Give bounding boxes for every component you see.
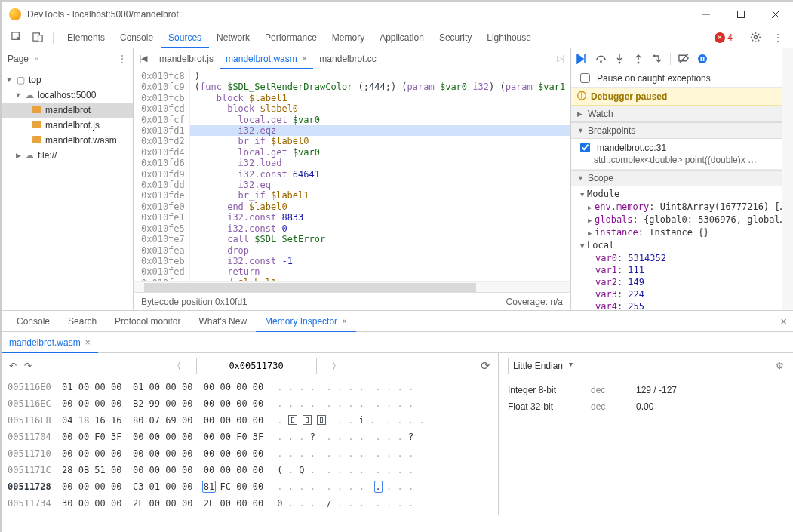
drawer-tab-memory-inspector[interactable]: Memory Inspector× [256, 311, 356, 332]
resume-icon[interactable] [576, 53, 588, 65]
address-gutter: 0x010fc8 0x010fc9 0x010fcb 0x010fcd 0x01… [134, 69, 190, 281]
hex-row[interactable]: 0051170400 00 F0 3F 00 00 00 00 00 00 F0… [8, 429, 492, 445]
main-tab-application[interactable]: Application [372, 27, 432, 48]
tree-host[interactable]: ▼☁localhost:5000 [2, 88, 133, 103]
value-row: Integer 8-bitdec129 / -127 [508, 382, 784, 398]
code-editor[interactable]: 0x010fc8 0x010fc9 0x010fcb 0x010fcd 0x01… [134, 69, 570, 281]
next-page-icon[interactable]: 〉 [324, 360, 349, 373]
step-out-icon[interactable] [632, 53, 644, 65]
hex-view[interactable]: 005116E001 00 00 00 01 00 00 00 00 00 00… [2, 379, 498, 515]
close-button[interactable] [758, 2, 793, 26]
info-icon: ⓘ [577, 90, 586, 103]
pause-on-exceptions-icon[interactable] [696, 53, 708, 65]
breakpoint-item[interactable]: mandelbrot.cc:31 std::complex<double> po… [571, 139, 793, 170]
scope-var[interactable]: var4: 255 [576, 300, 788, 310]
svg-rect-11 [703, 57, 705, 61]
editor-tab-js[interactable]: mandelbrot.js [153, 48, 220, 69]
memory-tab-wasm[interactable]: mandelbrot.wasm× [2, 332, 98, 353]
debugger-paused-banner: ⓘ Debugger paused [571, 88, 793, 106]
main-tab-security[interactable]: Security [432, 27, 479, 48]
tree-top[interactable]: ▼▢top [2, 72, 133, 88]
close-icon[interactable]: × [342, 316, 347, 327]
scope-var[interactable]: var1: 111 [576, 264, 788, 276]
main-tab-network[interactable]: Network [209, 27, 257, 48]
main-tab-lighthouse[interactable]: Lighthouse [479, 27, 539, 48]
refresh-icon[interactable]: ⟳ [481, 359, 490, 373]
scope-globals[interactable]: ▶globals: {global0: 5306976, global1: 65… [576, 214, 788, 226]
scope-module[interactable]: ▼Module [576, 188, 788, 201]
main-tab-sources[interactable]: Sources [161, 27, 209, 48]
tree-file-scheme[interactable]: ▶☁file:// [2, 148, 133, 163]
pause-on-caught-checkbox[interactable] [580, 73, 590, 83]
undo-icon[interactable]: ↶ [9, 361, 17, 371]
settings-gear-icon[interactable] [745, 32, 766, 43]
nav-back-icon[interactable]: |◀ [134, 54, 153, 63]
hex-row[interactable]: 0051172800 00 00 00 C3 01 00 00 81 FC 00… [8, 478, 492, 495]
deactivate-breakpoints-icon[interactable] [678, 53, 690, 65]
tree-file-mandelbrot[interactable]: mandelbrot [2, 103, 133, 118]
scope-instance[interactable]: ▶instance: Instance {} [576, 226, 788, 239]
scope-tree: ▼Module ▶env.memory: Uint8Array(16777216… [571, 186, 793, 310]
step-icon[interactable] [651, 53, 663, 65]
minimize-button[interactable] [689, 2, 724, 26]
pause-on-caught-row[interactable]: Pause on caught exceptions [571, 69, 793, 88]
hex-row[interactable]: 0051171000 00 00 00 00 00 00 00 00 00 00… [8, 445, 492, 462]
step-over-icon[interactable] [595, 53, 607, 65]
hex-row[interactable]: 0051171C28 0B 51 00 00 00 00 00 00 00 00… [8, 462, 492, 478]
watch-section[interactable]: ▶Watch [571, 106, 793, 122]
scope-env-memory[interactable]: ▶env.memory: Uint8Array(16777216) [101, … [576, 201, 788, 214]
breakpoints-section[interactable]: ▼Breakpoints [571, 122, 793, 139]
navigator-more-icon[interactable]: ⋮ [118, 54, 127, 64]
navigator-title[interactable]: Page [8, 54, 29, 64]
drawer-tab-search[interactable]: Search [59, 311, 106, 332]
drawer-tab-protocol-monitor[interactable]: Protocol monitor [106, 311, 189, 332]
maximize-button[interactable] [724, 2, 758, 26]
drawer-tab-console[interactable]: Console [8, 311, 59, 332]
editor-scrollbar-horizontal[interactable] [134, 281, 570, 292]
svg-point-7 [638, 61, 640, 63]
close-icon[interactable]: × [85, 337, 91, 348]
tree-file-mandelbrot-js[interactable]: mandelbrot.js [2, 118, 133, 133]
value-settings-gear-icon[interactable]: ⚙ [776, 361, 784, 371]
tree-file-mandelbrot-wasm[interactable]: mandelbrot.wasm [2, 133, 133, 148]
scope-section[interactable]: ▼Scope [571, 170, 793, 186]
scope-var[interactable]: var0: 5314352 [576, 252, 788, 264]
editor-tab-wasm[interactable]: mandelbrot.wasm× [220, 48, 313, 69]
run-snippet-icon[interactable]: ▷| [551, 54, 570, 63]
hex-row[interactable]: 005116F804 18 16 16 80 07 69 00 00 00 00… [8, 412, 492, 429]
scope-var[interactable]: var3: 224 [576, 288, 788, 300]
drawer-close-icon[interactable]: × [780, 315, 787, 328]
step-into-icon[interactable] [613, 53, 625, 65]
editor-tab-cc[interactable]: mandelbrot.cc [313, 48, 382, 69]
bytecode-position: Bytecode position 0x10fd1 [141, 297, 247, 307]
debugger-scrollbar[interactable] [782, 48, 793, 310]
error-count[interactable]: ✕4 [715, 32, 733, 43]
prev-page-icon[interactable]: 〈 [164, 360, 189, 373]
editor-panel: |◀ mandelbrot.js mandelbrot.wasm× mandel… [134, 48, 570, 310]
memory-value-panel: Little Endian ⚙ Integer 8-bitdec129 / -1… [499, 353, 793, 515]
svg-point-8 [653, 54, 656, 57]
close-icon[interactable]: × [302, 53, 308, 64]
hex-row[interactable]: 005116EC00 00 00 00 B2 99 00 00 00 00 00… [8, 395, 492, 412]
hex-row[interactable]: 0051173430 00 00 00 2F 00 00 00 2E 00 00… [8, 495, 492, 512]
main-tab-console[interactable]: Console [112, 27, 161, 48]
code-body[interactable]: )(func $SDL_SetRenderDrawColor (;444;) (… [190, 69, 570, 281]
device-toolbar-icon[interactable] [29, 32, 47, 43]
breakpoint-checkbox[interactable] [580, 143, 590, 152]
memory-nav: ↶ ↷ 〈 〉 ⟳ [2, 353, 498, 379]
memory-address-input[interactable] [196, 358, 317, 374]
scope-var[interactable]: var2: 149 [576, 276, 788, 288]
hex-row[interactable]: 005116E001 00 00 00 01 00 00 00 00 00 00… [8, 379, 492, 395]
drawer-tab-what's-new[interactable]: What's New [189, 311, 256, 332]
inspect-element-icon[interactable] [8, 32, 26, 43]
pause-on-caught-label: Pause on caught exceptions [597, 73, 711, 84]
svg-rect-3 [38, 35, 42, 42]
more-menu-icon[interactable]: ⋮ [769, 32, 787, 43]
scope-local[interactable]: ▼Local [576, 239, 788, 252]
main-tab-elements[interactable]: Elements [60, 27, 112, 48]
endianness-select[interactable]: Little Endian [508, 358, 576, 374]
main-tab-performance[interactable]: Performance [257, 27, 324, 48]
redo-icon[interactable]: ↷ [24, 361, 32, 371]
svg-point-9 [698, 54, 707, 63]
main-tab-memory[interactable]: Memory [324, 27, 372, 48]
